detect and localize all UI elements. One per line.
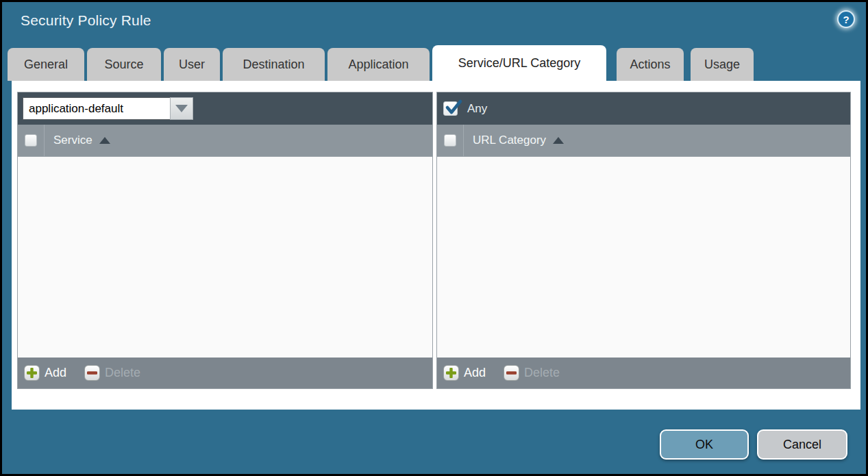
chevron-down-icon xyxy=(175,105,188,112)
sort-ascending-icon xyxy=(99,137,110,144)
service-type-dropdown-value: application-default xyxy=(23,97,170,120)
service-panel: application-default Service xyxy=(17,92,433,389)
service-type-dropdown[interactable]: application-default xyxy=(23,97,193,120)
ok-button[interactable]: OK xyxy=(660,429,749,460)
url-category-select-all-cell xyxy=(437,125,464,156)
service-list[interactable] xyxy=(18,157,432,358)
service-add-button[interactable]: Add xyxy=(24,365,66,381)
tab-actions[interactable]: Actions xyxy=(617,48,684,81)
tab-general[interactable]: General xyxy=(8,48,84,81)
service-column-header: Service xyxy=(18,125,432,157)
tab-user[interactable]: User xyxy=(164,48,220,81)
tab-application[interactable]: Application xyxy=(327,48,430,81)
tab-content: application-default Service xyxy=(12,81,860,410)
tab-bar: General Source User Destination Applicat… xyxy=(8,45,756,81)
service-column-label[interactable]: Service xyxy=(45,125,110,156)
url-category-footer: Add Delete xyxy=(437,358,850,388)
url-category-list[interactable] xyxy=(437,157,850,358)
tab-service-url-category[interactable]: Service/URL Category xyxy=(432,45,606,81)
service-select-all-cell xyxy=(18,125,45,156)
plus-icon xyxy=(443,365,459,381)
help-glyph: ? xyxy=(843,14,849,25)
security-policy-rule-dialog: Security Policy Rule ? General Source Us… xyxy=(2,2,866,474)
service-toolbar: application-default xyxy=(18,92,432,125)
service-footer: Add Delete xyxy=(18,358,432,388)
url-category-add-button[interactable]: Add xyxy=(443,365,486,381)
sort-ascending-icon xyxy=(553,137,564,144)
url-category-select-all-checkbox[interactable] xyxy=(444,134,456,147)
plus-icon xyxy=(24,365,40,381)
dropdown-button[interactable] xyxy=(170,97,193,120)
url-category-delete-button: Delete xyxy=(504,365,560,381)
any-checkbox[interactable] xyxy=(443,101,458,116)
service-select-all-checkbox[interactable] xyxy=(25,134,37,147)
checkmark-icon xyxy=(445,99,462,116)
any-label: Any xyxy=(467,102,487,116)
help-icon[interactable]: ? xyxy=(837,10,855,28)
tab-usage[interactable]: Usage xyxy=(691,48,754,81)
url-category-column-label[interactable]: URL Category xyxy=(464,125,564,156)
tab-source[interactable]: Source xyxy=(87,48,161,81)
tab-destination[interactable]: Destination xyxy=(223,48,325,81)
url-category-panel: Any URL Category xyxy=(436,92,851,389)
minus-icon xyxy=(504,365,519,381)
url-category-toolbar: Any xyxy=(437,92,850,125)
url-category-column-header: URL Category xyxy=(437,125,850,157)
cancel-button[interactable]: Cancel xyxy=(757,429,847,460)
minus-icon xyxy=(84,365,100,381)
service-delete-button: Delete xyxy=(84,365,140,381)
page-title: Security Policy Rule xyxy=(21,12,151,29)
